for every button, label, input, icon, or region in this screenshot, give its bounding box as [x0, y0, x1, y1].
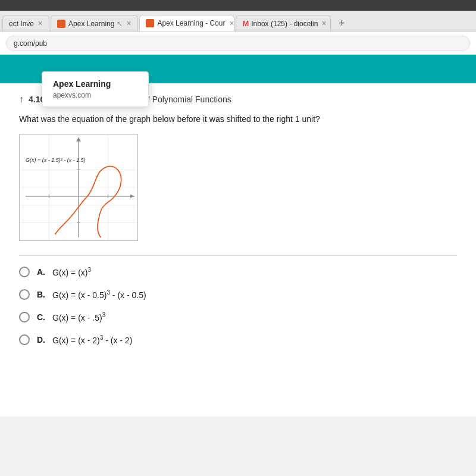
- address-text: g.com/pub: [14, 39, 47, 48]
- apex-icon: [57, 20, 65, 28]
- answer-letter-d: D.: [37, 335, 45, 345]
- cursor-icon: ↖: [117, 20, 123, 28]
- tab-apex-learning-course[interactable]: Apex Learning - Cour ✕: [139, 15, 234, 32]
- question-text: What was the equation of the graph below…: [19, 113, 457, 126]
- answer-letter-a: A.: [37, 267, 45, 277]
- tab-close[interactable]: ✕: [321, 20, 327, 27]
- tab-label: Apex Learning - Cour: [157, 19, 225, 27]
- tab-close[interactable]: ✕: [229, 20, 234, 27]
- graph-formula-label: G(x) = (x - 1.5)² - (x - 1.5): [26, 157, 86, 163]
- answer-formula-b: G(x) = (x - 0.5)3 - (x - 0.5): [52, 289, 146, 300]
- answer-option-d[interactable]: D. G(x) = (x - 2)3 - (x - 2): [19, 334, 457, 345]
- answer-formula-c: G(x) = (x - .5)3: [52, 312, 105, 322]
- tab-bar: ect Inve ✕ Apex Learning ↖ ✕ Apex Learni…: [0, 11, 476, 32]
- tooltip-url: apexvs.com: [53, 91, 137, 99]
- svg-marker-10: [76, 137, 81, 142]
- answer-letter-b: B.: [37, 290, 45, 299]
- answer-option-a[interactable]: A. G(x) = (x)3: [19, 267, 457, 277]
- apex-icon: [146, 19, 154, 27]
- page-content: ↑ 4.10.3 Quiz: Transformations of Polyno…: [0, 83, 476, 416]
- separator: [19, 255, 457, 256]
- new-tab-button[interactable]: +: [333, 15, 350, 32]
- gmail-icon: M: [242, 19, 249, 28]
- tab-label: Inbox (125) - diocelin: [251, 20, 318, 28]
- answer-option-c[interactable]: C. G(x) = (x - .5)3: [19, 312, 457, 322]
- graph-svg: [20, 134, 137, 240]
- tab-ect-inve[interactable]: ect Inve ✕: [2, 15, 49, 32]
- tab-gmail[interactable]: M Inbox (125) - diocelin ✕: [236, 15, 331, 32]
- answer-option-b[interactable]: B. G(x) = (x - 0.5)3 - (x - 0.5): [19, 289, 457, 300]
- tab-close[interactable]: ✕: [126, 20, 131, 27]
- svg-marker-9: [130, 195, 134, 198]
- answer-letter-c: C.: [37, 312, 45, 322]
- graph-container: G(x) = (x - 1.5)² - (x - 1.5): [19, 134, 138, 241]
- radio-c[interactable]: [19, 312, 30, 322]
- radio-a[interactable]: [19, 267, 30, 277]
- browser-top-bar: [0, 0, 476, 11]
- tab-label: ect Inve: [9, 20, 34, 28]
- back-icon: ↑: [19, 94, 24, 105]
- radio-b[interactable]: [19, 289, 30, 300]
- radio-d[interactable]: [19, 334, 30, 345]
- tooltip-popup: Apex Learning apexvs.com: [42, 71, 149, 107]
- answer-formula-a: G(x) = (x)3: [52, 267, 91, 277]
- tab-label: Apex Learning: [68, 20, 114, 28]
- address-bar[interactable]: g.com/pub: [6, 36, 470, 51]
- answer-formula-d: G(x) = (x - 2)3 - (x - 2): [52, 334, 132, 345]
- tab-close[interactable]: ✕: [37, 20, 43, 27]
- tab-apex-learning[interactable]: Apex Learning ↖ ✕: [51, 15, 138, 32]
- address-bar-row: g.com/pub: [0, 32, 476, 55]
- tooltip-title: Apex Learning: [53, 79, 137, 89]
